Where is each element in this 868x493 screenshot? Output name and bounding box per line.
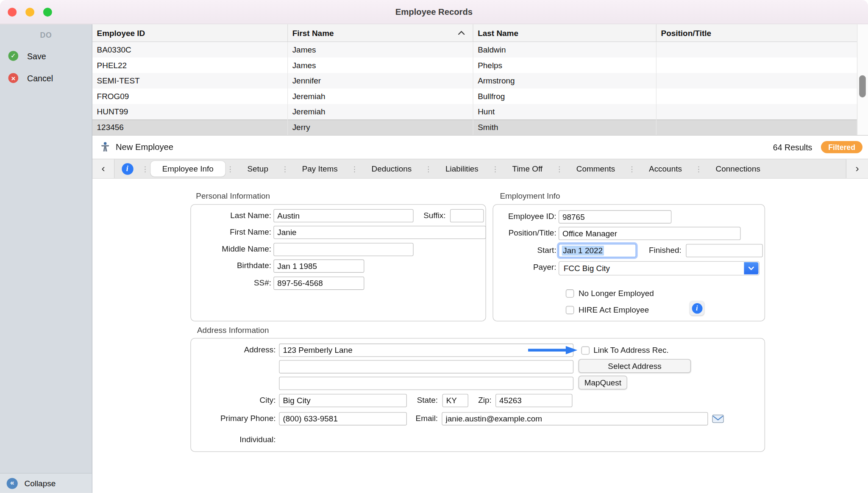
- column-header-employee-id[interactable]: Employee ID: [92, 24, 288, 41]
- city-field[interactable]: [279, 394, 407, 407]
- tab-comments[interactable]: Comments: [565, 161, 626, 177]
- minimize-window-button[interactable]: [25, 8, 34, 17]
- tab-employee-info[interactable]: Employee Info: [150, 161, 225, 177]
- primary-phone-field[interactable]: [279, 412, 407, 425]
- chevron-down-icon[interactable]: [744, 262, 758, 274]
- cancel-button[interactable]: × Cancel: [0, 70, 92, 86]
- suffix-field[interactable]: [450, 209, 484, 222]
- tab-pay-items[interactable]: Pay Items: [290, 161, 349, 177]
- ssn-field[interactable]: [273, 277, 364, 290]
- cell-last-name: Armstrong: [473, 73, 657, 89]
- close-window-button[interactable]: [8, 8, 17, 17]
- address-info-groupbox: Address: Link To Address Rec. Select Add…: [190, 338, 765, 452]
- birthdate-label: Birthdate:: [191, 261, 271, 270]
- address-label: Address:: [191, 345, 276, 354]
- cell-position-title: [657, 119, 857, 135]
- first-name-field[interactable]: [273, 226, 486, 239]
- table-row[interactable]: FROG09 Jeremiah Bullfrog: [92, 89, 857, 104]
- collapse-sidebar-button[interactable]: « Collapse: [0, 473, 92, 493]
- table-row[interactable]: HUNT99 Jeremiah Hunt: [92, 104, 857, 120]
- address-line2-field[interactable]: [279, 360, 573, 373]
- cell-last-name: Smith: [473, 119, 657, 135]
- cell-position-title: [657, 104, 857, 120]
- sort-ascending-icon: [458, 30, 465, 36]
- personal-info-groupbox: Last Name: Suffix: First Name: Middle Na…: [190, 204, 486, 321]
- cell-last-name: Hunt: [473, 104, 657, 120]
- zip-field[interactable]: [495, 394, 573, 407]
- employee-id-field[interactable]: [559, 210, 671, 223]
- cell-first-name: Jennifer: [288, 73, 473, 89]
- hire-act-info-button[interactable]: i: [690, 301, 704, 316]
- table-row[interactable]: PHEL22 James Phelps: [92, 58, 857, 73]
- table-row-selected[interactable]: 123456 Jerry Smith: [92, 119, 857, 135]
- table-header-row: Employee ID First Name Last Name Positio…: [92, 24, 857, 42]
- vertical-scrollbar-thumb[interactable]: [859, 75, 866, 97]
- tab-accounts[interactable]: Accounts: [637, 161, 694, 177]
- cell-first-name: Jeremiah: [288, 104, 473, 120]
- no-longer-employed-label: No Longer Employed: [579, 289, 654, 298]
- mapquest-button[interactable]: MapQuest: [579, 376, 627, 390]
- cell-employee-id: SEMI-TEST: [92, 73, 288, 89]
- table-row[interactable]: BA0330C James Baldwin: [92, 42, 857, 58]
- new-employee-icon: [100, 141, 111, 152]
- tab-separator: ⋮: [351, 165, 358, 173]
- do-sidebar: DO ✓ Save × Cancel « Collapse: [0, 24, 92, 493]
- birthdate-field[interactable]: [273, 260, 364, 273]
- employee-table: Employee ID First Name Last Name Positio…: [92, 24, 868, 136]
- email-field[interactable]: [442, 412, 708, 425]
- address-line3-field[interactable]: [279, 377, 573, 390]
- zip-label: Zip:: [470, 396, 492, 404]
- cell-employee-id: PHEL22: [92, 58, 288, 73]
- record-info-icon[interactable]: i: [122, 163, 133, 174]
- tab-separator: ⋮: [425, 165, 432, 173]
- address-line1-field[interactable]: [279, 343, 573, 357]
- cell-employee-id: BA0330C: [92, 42, 288, 58]
- start-date-label: Start:: [493, 246, 556, 255]
- select-address-button[interactable]: Select Address: [579, 359, 691, 373]
- tab-bar: ‹ i ⋮ Employee Info ⋮ Setup ⋮ Pay Items …: [92, 159, 868, 179]
- payer-dropdown[interactable]: FCC Big City: [559, 261, 760, 275]
- column-header-first-name[interactable]: First Name: [288, 24, 473, 41]
- column-header-last-name[interactable]: Last Name: [473, 24, 657, 41]
- tabs-scroll-left-button[interactable]: ‹: [92, 159, 114, 178]
- link-to-address-checkbox[interactable]: [581, 346, 590, 355]
- state-field[interactable]: [442, 394, 468, 407]
- middle-name-field[interactable]: [273, 243, 413, 256]
- city-label: City:: [191, 396, 276, 404]
- middle-name-label: Middle Name:: [191, 244, 271, 253]
- tabs-scroll-right-button[interactable]: ›: [846, 159, 868, 178]
- no-longer-employed-checkbox[interactable]: [566, 289, 574, 298]
- tab-liabilities[interactable]: Liabilities: [434, 161, 490, 177]
- tab-setup[interactable]: Setup: [236, 161, 280, 177]
- last-name-label: Last Name:: [191, 211, 271, 220]
- start-date-field[interactable]: Jan 1 2022: [559, 244, 636, 257]
- results-count: 64 Results: [773, 142, 812, 152]
- payer-label: Payer:: [493, 263, 556, 271]
- finished-date-field[interactable]: [686, 244, 763, 257]
- cell-employee-id: FROG09: [92, 89, 288, 104]
- tab-separator: ⋮: [629, 165, 636, 173]
- filtered-badge[interactable]: Filtered: [821, 141, 862, 153]
- tab-time-off[interactable]: Time Off: [501, 161, 554, 177]
- cancel-x-icon: ×: [8, 73, 19, 83]
- cell-first-name: James: [288, 58, 473, 73]
- tab-connections[interactable]: Connections: [704, 161, 772, 177]
- tab-deductions[interactable]: Deductions: [360, 161, 423, 177]
- save-button[interactable]: ✓ Save: [0, 48, 92, 64]
- save-check-icon: ✓: [8, 51, 19, 61]
- cell-position-title: [657, 42, 857, 58]
- vertical-scrollbar[interactable]: [857, 24, 868, 135]
- position-title-field[interactable]: [559, 227, 741, 240]
- cell-last-name: Baldwin: [473, 42, 657, 58]
- cell-position-title: [657, 89, 857, 104]
- send-email-icon[interactable]: [712, 413, 724, 425]
- cell-first-name: Jerry: [288, 119, 473, 135]
- ssn-label: SS#:: [191, 278, 271, 287]
- table-row[interactable]: SEMI-TEST Jennifer Armstrong: [92, 73, 857, 89]
- zoom-window-button[interactable]: [43, 8, 52, 17]
- hire-act-checkbox[interactable]: [566, 306, 574, 314]
- individual-label: Individual:: [191, 435, 276, 444]
- cell-first-name: James: [288, 42, 473, 58]
- column-header-position-title[interactable]: Position/Title: [657, 24, 857, 41]
- save-label: Save: [27, 51, 46, 61]
